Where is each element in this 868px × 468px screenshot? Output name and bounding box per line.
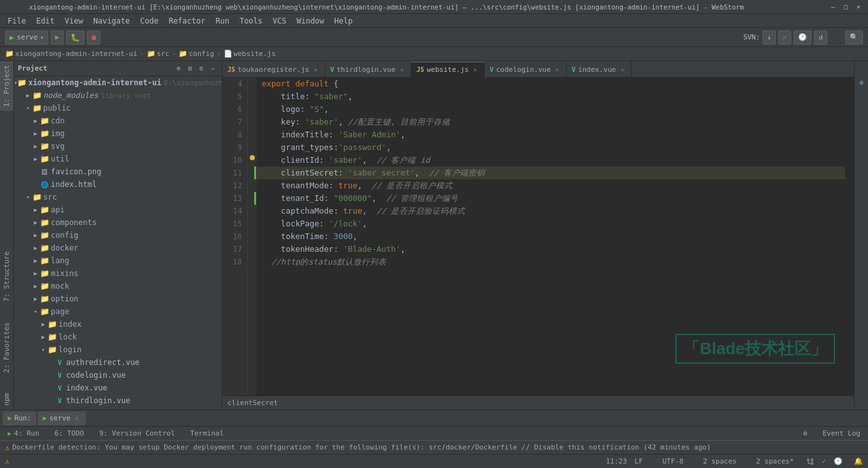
svn-update-button[interactable]: ↓ — [763, 31, 776, 45]
svn-commit-button[interactable]: ✓ — [778, 31, 792, 45]
tab-codelogin-close[interactable]: ✕ — [553, 65, 561, 73]
tree-public[interactable]: ▾ 📁 public — [14, 102, 222, 114]
breadcrumb-root[interactable]: 📁xiongantong-admin-internet-ui — [5, 50, 137, 58]
arrow-lock[interactable]: ▶ — [39, 334, 47, 340]
tree-node-modules[interactable]: ▶ 📁 node_modules library root — [14, 89, 222, 102]
panel-tab-project[interactable]: 1: Project — [0, 61, 14, 111]
status-warnings[interactable]: ⚠ — [5, 457, 10, 465]
run-button[interactable]: ▶ — [51, 31, 64, 45]
menu-tools[interactable]: Tools — [234, 15, 268, 27]
menu-run[interactable]: Run — [210, 15, 234, 27]
arrow-page-index[interactable]: ▶ — [39, 321, 47, 327]
tab-thirdlogin[interactable]: V thirdlogin.vue ✕ — [325, 62, 412, 77]
status-notification-icon[interactable]: 🔔 — [854, 457, 863, 465]
tree-src[interactable]: ▾ 📁 src — [14, 191, 222, 203]
menu-navigate[interactable]: Navigate — [88, 15, 135, 27]
tree-authredirect[interactable]: V authredirect.vue — [14, 356, 222, 369]
settings-gear-btn[interactable]: ⚙ — [798, 427, 813, 441]
debug-button[interactable]: 🐛 — [66, 31, 85, 45]
arrow-api[interactable]: ▶ — [32, 207, 39, 213]
arrow-lang[interactable]: ▶ — [32, 258, 39, 264]
menu-refactor[interactable]: Refactor — [163, 15, 210, 27]
menu-window[interactable]: Window — [292, 15, 329, 27]
panel-tab-npm[interactable]: npm — [0, 389, 14, 410]
tab-4-run[interactable]: ▶ 4: Run — [3, 427, 44, 441]
arrow-page[interactable]: ▾ — [32, 308, 39, 315]
tree-login[interactable]: ▾ 📁 login — [14, 343, 222, 356]
tree-option[interactable]: ▶ 📁 option — [14, 292, 222, 305]
tree-mixins[interactable]: ▶ 📁 mixins — [14, 267, 222, 280]
arrow-public[interactable]: ▾ — [24, 105, 32, 111]
menu-code[interactable]: Code — [135, 15, 164, 27]
status-indent[interactable]: 2 spaces — [703, 457, 736, 465]
tree-api[interactable]: ▶ 📁 api — [14, 203, 222, 216]
status-check-icon[interactable]: ✓ — [822, 457, 826, 465]
run-config-dropdown-icon[interactable]: ▾ — [40, 34, 43, 41]
tree-favicon[interactable]: 🖼 favicon.png — [14, 165, 222, 178]
status-clock-icon[interactable]: 🕐 — [834, 457, 843, 465]
tab-toukaoregister[interactable]: JS toukaoregister.js ✕ — [222, 62, 325, 77]
tree-components[interactable]: ▶ 📁 components — [14, 216, 222, 229]
arrow-node-modules[interactable]: ▶ — [24, 92, 32, 99]
tree-docker[interactable]: ▶ 📁 docker — [14, 242, 222, 254]
close-button[interactable]: ✕ — [854, 3, 863, 11]
arrow-docker[interactable]: ▶ — [32, 245, 39, 251]
tree-page-index[interactable]: ▶ 📁 index — [14, 318, 222, 331]
minimize-button[interactable]: – — [829, 3, 837, 11]
arrow-util[interactable]: ▶ — [32, 156, 39, 162]
serve-tab-btn[interactable]: ▶ serve ✕ — [37, 411, 86, 425]
serve-tab-close[interactable]: ✕ — [73, 415, 81, 422]
panel-tab-structure[interactable]: 7: Structure — [0, 247, 14, 305]
tree-cdn[interactable]: ▶ 📁 cdn — [14, 114, 222, 127]
arrow-mixins[interactable]: ▶ — [32, 270, 39, 277]
run-config[interactable]: ▶ serve ▾ — [5, 31, 48, 45]
tree-root[interactable]: ▾ 📁 xiongantong-admin-internet-ui E:\xio… — [14, 76, 222, 89]
svn-history-button[interactable]: 🕐 — [794, 31, 811, 45]
status-indent-modified[interactable]: 2 spaces* — [756, 457, 794, 465]
code-content[interactable]: export default { title: "saber", logo: "… — [257, 78, 845, 396]
run-tab-btn[interactable]: ▶ Run: — [3, 411, 36, 425]
maximize-button[interactable]: □ — [841, 3, 850, 11]
panel-collapse-btn[interactable]: — — [208, 64, 218, 74]
menu-help[interactable]: Help — [329, 15, 358, 27]
arrow-mock[interactable]: ▶ — [32, 283, 39, 289]
tree-config[interactable]: ▶ 📁 config — [14, 229, 222, 242]
tab-toukaoregister-close[interactable]: ✕ — [312, 65, 320, 73]
tab-6-todo[interactable]: 6: TODO — [50, 427, 89, 441]
tab-websitejs-close[interactable]: ✕ — [471, 66, 479, 74]
breadcrumb-file[interactable]: 📄website.js — [224, 50, 276, 58]
panel-layout-btn[interactable]: ⊞ — [185, 64, 195, 74]
arrow-svg[interactable]: ▶ — [32, 143, 39, 149]
status-encoding[interactable]: UTF-8 — [662, 457, 683, 465]
tab-9-vc[interactable]: 9: Version Control — [94, 427, 180, 441]
tree-page[interactable]: ▾ 📁 page — [14, 305, 222, 318]
event-log-btn[interactable]: Event Log — [817, 427, 865, 441]
tree-codeloginvue[interactable]: V codelogin.vue — [14, 369, 222, 382]
tree-svg[interactable]: ▶ 📁 svg — [14, 140, 222, 153]
tab-codelogin[interactable]: V codelogin.vue ✕ — [485, 62, 567, 77]
panel-add-btn[interactable]: ⊕ — [173, 64, 184, 74]
stop-button[interactable]: ■ — [87, 31, 100, 45]
tree-indexhtml[interactable]: 🌐 index.html — [14, 178, 222, 191]
tree-lang[interactable]: ▶ 📁 lang — [14, 254, 222, 267]
search-everywhere-button[interactable]: 🔍 — [845, 31, 863, 45]
code-editor[interactable]: 4 5 6 7 8 9 10 11 12 13 14 15 16 17 18 — [222, 78, 854, 396]
status-git-icon[interactable] — [806, 458, 814, 465]
breadcrumb-src[interactable]: 📁src — [147, 50, 170, 58]
right-icon-1[interactable]: ⚙ — [855, 64, 868, 102]
menu-view[interactable]: View — [60, 15, 88, 27]
menu-edit[interactable]: Edit — [31, 15, 60, 27]
tree-mock[interactable]: ▶ 📁 mock — [14, 280, 222, 292]
tab-indexvue-close[interactable]: ✕ — [618, 65, 626, 73]
tab-thirdlogin-close[interactable]: ✕ — [398, 65, 405, 73]
panel-settings-btn[interactable]: ⚙ — [196, 64, 207, 74]
arrow-img[interactable]: ▶ — [32, 130, 39, 137]
tab-indexvue[interactable]: V index.vue ✕ — [567, 62, 632, 77]
menu-file[interactable]: File — [3, 15, 31, 27]
tree-thirdloginvue[interactable]: V thirdlogin.vue — [14, 394, 222, 407]
tree-lock[interactable]: ▶ 📁 lock — [14, 331, 222, 343]
status-lf[interactable]: LF — [635, 457, 643, 465]
breadcrumb-config[interactable]: 📁config — [179, 50, 214, 58]
tree-img[interactable]: ▶ 📁 img — [14, 127, 222, 140]
tree-util[interactable]: ▶ 📁 util — [14, 153, 222, 165]
